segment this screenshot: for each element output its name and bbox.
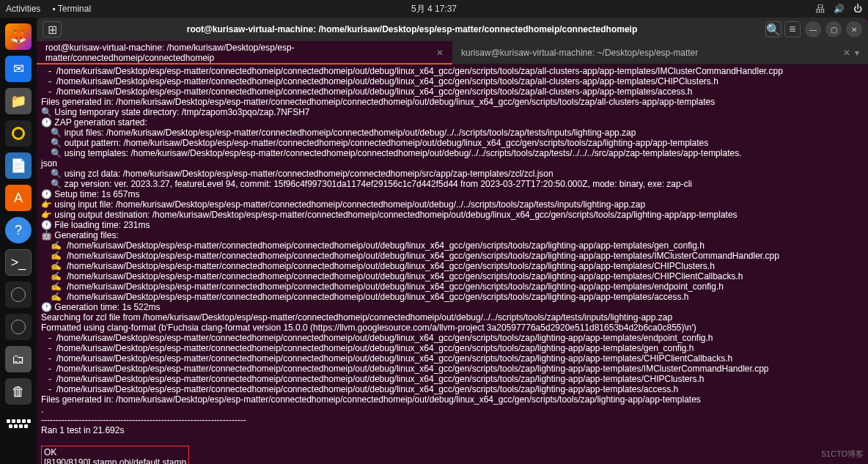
- activities-button[interactable]: Activities: [6, 4, 40, 14]
- clock[interactable]: 5月 4 17:37: [411, 3, 457, 15]
- dock-disk1-icon[interactable]: [5, 281, 32, 308]
- dock-help-icon[interactable]: ?: [5, 217, 32, 243]
- maximize-button[interactable]: ▢: [825, 21, 842, 37]
- search-button[interactable]: 🔍: [765, 21, 781, 37]
- window-titlebar: ⊞ root@kurisaw-virtual-machine: /home/ku…: [37, 18, 868, 41]
- dock-rhythmbox-icon[interactable]: [5, 120, 32, 147]
- watermark: 51CTO博客: [822, 449, 864, 460]
- dock-thunderbird-icon[interactable]: ✉: [5, 56, 32, 82]
- result-highlight-box: OK [8190/8190] stamp obj/default.stamp r…: [41, 446, 189, 464]
- dock-files-icon[interactable]: 📁: [5, 88, 32, 114]
- power-icon[interactable]: ⏻: [853, 4, 862, 14]
- dock-disk3-icon[interactable]: 🗂: [5, 346, 32, 372]
- tab-close-icon[interactable]: ✕: [843, 48, 850, 58]
- ubuntu-dock: 🦊 ✉ 📁 📄 A ? >_ 🗂 🗑: [0, 18, 37, 464]
- dock-software-icon[interactable]: A: [5, 185, 32, 211]
- tab-dropdown-icon[interactable]: ▾: [855, 48, 859, 58]
- dock-firefox-icon[interactable]: 🦊: [5, 23, 32, 50]
- dock-trash-icon[interactable]: 🗑: [5, 378, 32, 405]
- app-menu[interactable]: ▪ Terminal: [52, 4, 91, 14]
- terminal-tab-1[interactable]: root@kurisaw-virtual-machine: /home/kuri…: [37, 41, 452, 64]
- terminal-window: ⊞ root@kurisaw-virtual-machine: /home/ku…: [37, 18, 868, 464]
- tab-close-icon[interactable]: ✕: [436, 48, 444, 58]
- volume-icon[interactable]: 🔊: [834, 4, 845, 14]
- network-icon[interactable]: 品: [816, 3, 825, 15]
- gnome-topbar: Activities ▪ Terminal 5月 4 17:37 品 🔊 ⏻: [0, 0, 868, 18]
- window-title: root@kurisaw-virtual-machine: /home/kuri…: [62, 24, 762, 34]
- tab-label: kurisaw@kurisaw-virtual-machine: ~/Deskt…: [461, 48, 698, 58]
- minimize-button[interactable]: —: [805, 21, 821, 37]
- dock-terminal-icon[interactable]: >_: [5, 249, 32, 276]
- dock-show-apps-icon[interactable]: [5, 410, 32, 437]
- terminal-output[interactable]: - /home/kurisaw/Desktop/esp/esp-matter/c…: [37, 65, 868, 464]
- terminal-tabbar: root@kurisaw-virtual-machine: /home/kuri…: [37, 41, 868, 65]
- terminal-tab-2[interactable]: kurisaw@kurisaw-virtual-machine: ~/Deskt…: [452, 41, 868, 64]
- new-tab-button[interactable]: ⊞: [43, 21, 62, 37]
- close-button[interactable]: ✕: [846, 21, 862, 37]
- dock-writer-icon[interactable]: 📄: [5, 152, 32, 179]
- menu-button[interactable]: ≡: [784, 21, 801, 37]
- tab-label: root@kurisaw-virtual-machine: /home/kuri…: [45, 43, 436, 63]
- dock-disk2-icon[interactable]: [5, 314, 32, 340]
